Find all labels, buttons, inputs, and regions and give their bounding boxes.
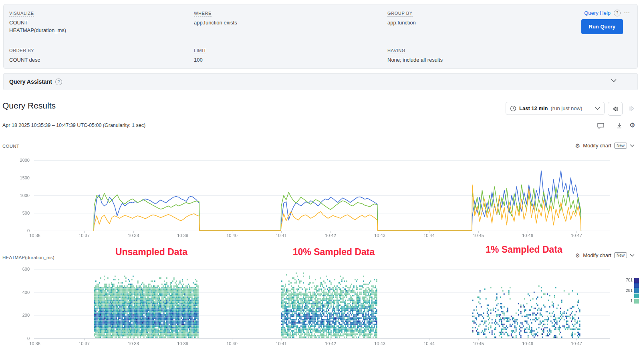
limit-label[interactable]: LIMIT <box>194 48 206 54</box>
heatmap-legend-swatch <box>634 283 639 288</box>
comment-icon[interactable] <box>597 123 605 129</box>
visualize-value: COUNT <box>9 20 66 26</box>
heatmap-chart: 020040060010:3610:3710:3810:3910:4010:41… <box>0 263 641 348</box>
clause-limit[interactable]: LIMIT 100 <box>194 46 206 63</box>
having-value: None; include all results <box>387 57 443 63</box>
overflow-menu-icon[interactable]: ⋯ <box>624 9 630 16</box>
y-tick-label: 1500 <box>11 175 30 180</box>
where-value: app.function exists <box>194 20 237 26</box>
chevron-down-icon <box>595 107 600 110</box>
x-tick-label: 10:41 <box>271 341 292 346</box>
y-tick-label: 200 <box>11 313 30 318</box>
time-range-dropdown[interactable]: Last 12 min (run just now) <box>506 102 605 115</box>
group-by-label[interactable]: GROUP BY <box>387 11 413 17</box>
limit-value: 100 <box>194 57 206 63</box>
x-tick-label: 10:43 <box>369 341 390 346</box>
x-tick-label: 10:46 <box>517 233 538 238</box>
heatmap-legend-swatch <box>634 294 639 298</box>
chevron-down-icon[interactable] <box>611 79 617 82</box>
x-tick-label: 10:37 <box>74 233 95 238</box>
x-tick-label: 10:42 <box>320 341 341 346</box>
annotation-1pct: 1% Sampled Data <box>486 244 562 255</box>
x-tick-label: 10:41 <box>271 233 292 238</box>
x-tick-label: 10:47 <box>566 233 587 238</box>
x-tick-label: 10:47 <box>566 341 587 346</box>
heatmap-legend-value: 701 <box>619 278 633 283</box>
x-tick-label: 10:45 <box>468 341 489 346</box>
x-tick-label: 10:44 <box>419 233 439 238</box>
x-tick-label: 10:45 <box>468 233 489 238</box>
new-badge: New <box>614 143 627 149</box>
order-by-label[interactable]: ORDER BY <box>9 48 34 54</box>
honeycomb-query-page: VISUALIZE COUNT HEATMAP(duration_ms) WHE… <box>0 0 641 364</box>
time-range-value: Last 12 min <box>519 105 548 111</box>
count-modify-chart[interactable]: ⚙ Modify chart New <box>575 143 635 149</box>
x-tick-label: 10:43 <box>369 233 390 238</box>
query-builder-panel: VISUALIZE COUNT HEATMAP(duration_ms) WHE… <box>3 4 638 69</box>
heatmap-modify-chart[interactable]: ⚙ Modify chart New <box>575 252 635 258</box>
history-forward-button[interactable] <box>625 102 639 115</box>
visualize-label[interactable]: VISUALIZE <box>9 11 34 17</box>
x-tick-label: 10:38 <box>123 341 144 346</box>
clause-where[interactable]: WHERE app.function exists <box>194 9 237 26</box>
y-tick-label: 2000 <box>11 158 30 163</box>
x-tick-label: 10:40 <box>222 341 242 346</box>
heatmap-chart-canvas[interactable] <box>0 263 641 348</box>
x-tick-label: 10:38 <box>123 233 144 238</box>
x-tick-label: 10:44 <box>419 341 439 346</box>
heatmap-legend-value: 281 <box>619 288 633 293</box>
gear-icon: ⚙ <box>575 253 581 258</box>
heatmap-legend-swatch <box>634 299 639 304</box>
run-query-button[interactable]: Run Query <box>581 19 623 34</box>
x-tick-label: 10:39 <box>172 233 193 238</box>
annotation-10pct: 10% Sampled Data <box>293 247 375 257</box>
query-time-window: Apr 18 2025 10:35:39 – 10:47:39 UTC-05:0… <box>2 123 145 128</box>
gear-icon[interactable]: ⚙ <box>629 121 635 129</box>
query-help-link[interactable]: Query Help <box>584 10 611 16</box>
y-tick-label: 400 <box>11 290 30 295</box>
page-title: Query Results <box>2 101 56 111</box>
download-icon[interactable] <box>616 123 623 129</box>
heatmap-legend-swatch <box>634 278 639 283</box>
query-assistant-title: Query Assistant <box>9 78 52 85</box>
group-by-value: app.function <box>387 20 416 26</box>
count-chart-label: COUNT <box>2 144 19 149</box>
x-tick-label: 10:36 <box>24 341 45 346</box>
clause-having[interactable]: HAVING None; include all results <box>387 46 443 63</box>
annotation-unsampled: Unsampled Data <box>115 247 187 257</box>
clause-visualize[interactable]: VISUALIZE COUNT HEATMAP(duration_ms) <box>9 9 66 34</box>
where-label[interactable]: WHERE <box>194 11 212 17</box>
visualize-value: HEATMAP(duration_ms) <box>9 27 66 34</box>
count-chart: 050010001500200010:3610:3710:3810:3910:4… <box>0 157 641 242</box>
y-tick-label: 500 <box>11 211 30 215</box>
order-by-value: COUNT desc <box>9 57 40 63</box>
x-tick-label: 10:36 <box>24 233 45 238</box>
x-tick-label: 10:37 <box>74 341 95 346</box>
heatmap-legend-value: 1 <box>619 299 633 304</box>
query-assistant-bar[interactable]: Query Assistant ? <box>3 73 638 90</box>
chevron-down-icon <box>630 144 635 147</box>
heatmap-chart-label: HEATMAP(duration_ms) <box>2 255 54 260</box>
new-badge: New <box>614 252 627 258</box>
modify-chart-label: Modify chart <box>583 252 611 258</box>
history-back-button[interactable] <box>608 102 623 116</box>
y-tick-label: 1000 <box>11 193 30 198</box>
x-tick-label: 10:42 <box>320 233 341 238</box>
count-chart-canvas[interactable] <box>0 157 641 242</box>
heatmap-legend-swatch <box>634 288 639 293</box>
assistant-help-icon[interactable]: ? <box>55 78 62 85</box>
x-tick-label: 10:40 <box>222 233 242 238</box>
clause-order-by[interactable]: ORDER BY COUNT desc <box>9 46 40 63</box>
query-help-row: Query Help ? ⋯ <box>584 9 630 16</box>
y-tick-label: 600 <box>11 267 30 271</box>
gear-icon: ⚙ <box>575 143 581 149</box>
time-range-note: (run just now) <box>551 105 583 111</box>
x-tick-label: 10:39 <box>172 341 193 346</box>
clock-icon <box>510 105 516 112</box>
chevron-down-icon <box>630 254 635 257</box>
help-icon[interactable]: ? <box>614 10 621 16</box>
clause-group-by[interactable]: GROUP BY app.function <box>387 9 416 26</box>
having-label[interactable]: HAVING <box>387 48 405 54</box>
x-tick-label: 10:46 <box>517 341 538 346</box>
y-tick-label: 0 <box>11 336 30 341</box>
